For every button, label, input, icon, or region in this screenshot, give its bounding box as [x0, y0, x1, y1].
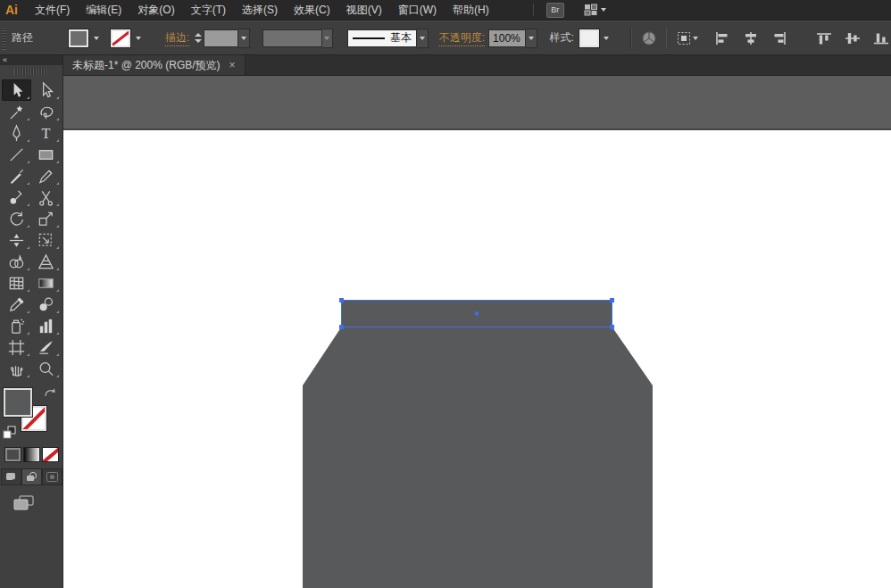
scissors-tool[interactable]	[31, 186, 61, 208]
menu-item[interactable]: 窗口(W)	[390, 4, 445, 16]
align-horizontal-left-button[interactable]	[712, 29, 732, 48]
paintbrush-tool[interactable]	[2, 165, 31, 186]
direct-selection-tool[interactable]	[31, 79, 61, 101]
brush-definition-dropdown-button[interactable]	[417, 29, 429, 48]
align-vertical-bottom-button[interactable]	[871, 29, 891, 48]
stroke-dropdown-button[interactable]	[132, 29, 144, 47]
stepper-up-icon[interactable]	[195, 33, 202, 37]
workspace-switcher-button[interactable]	[584, 4, 606, 16]
collapse-panel-button[interactable]: «	[0, 55, 62, 65]
panel-grip[interactable]	[2, 27, 6, 50]
free-transform-tool[interactable]	[31, 229, 61, 251]
menu-item[interactable]: 选择(S)	[234, 4, 286, 16]
tools-panel-grip[interactable]	[14, 69, 48, 75]
stroke-weight-stepper[interactable]	[195, 32, 202, 45]
menu-item[interactable]: 对象(O)	[129, 4, 182, 16]
menu-item[interactable]: 编辑(E)	[78, 4, 129, 16]
blob-brush-tool[interactable]	[2, 186, 31, 208]
scale-tool[interactable]	[31, 208, 61, 229]
opacity-dropdown-button[interactable]	[526, 29, 537, 48]
lasso-tool[interactable]	[31, 101, 61, 122]
artboard-tool[interactable]	[2, 336, 31, 358]
chevron-down-icon	[420, 37, 425, 40]
shape-builder-tool[interactable]	[2, 251, 31, 272]
recolor-artwork-button[interactable]	[641, 29, 657, 48]
zoom-tool[interactable]	[31, 358, 61, 379]
symbol-sprayer-tool[interactable]	[2, 315, 31, 336]
draw-normal-button[interactable]	[1, 468, 21, 485]
swap-fill-stroke-icon[interactable]	[43, 386, 57, 399]
stroke-weight-input[interactable]	[204, 29, 238, 47]
style-control[interactable]	[579, 29, 612, 47]
selection-center-point[interactable]	[475, 312, 479, 316]
document-tab[interactable]: 未标题-1* @ 200% (RGB/预览) ×	[63, 55, 246, 75]
gradient-tool[interactable]	[31, 272, 61, 294]
menu-item[interactable]: 帮助(H)	[445, 4, 497, 16]
rectangle-tool-icon	[37, 145, 55, 164]
align-horizontal-center-button[interactable]	[741, 29, 761, 48]
style-swatch[interactable]	[579, 29, 599, 47]
screen-mode-button[interactable]	[12, 494, 36, 515]
hand-tool-icon	[7, 360, 26, 378]
align-vertical-top-button[interactable]	[814, 29, 834, 48]
default-fill-stroke-icon[interactable]	[3, 426, 17, 440]
hand-tool[interactable]	[2, 358, 31, 379]
fill-swatch[interactable]	[69, 29, 88, 47]
selection-handle[interactable]	[339, 298, 344, 302]
menu-item[interactable]: 视图(V)	[338, 4, 390, 16]
gradient-button[interactable]	[23, 447, 40, 462]
style-dropdown-button[interactable]	[601, 29, 612, 47]
line-segment-tool[interactable]	[2, 144, 31, 165]
fill-color-control[interactable]	[69, 29, 102, 47]
selection-handle[interactable]	[610, 298, 614, 302]
color-button[interactable]	[4, 447, 21, 462]
draw-behind-button[interactable]	[21, 468, 42, 485]
bridge-button[interactable]: Br	[546, 3, 564, 18]
type-tool[interactable]: T	[31, 122, 61, 144]
selection-handle[interactable]	[339, 325, 344, 329]
menu-item[interactable]: 效果(C)	[286, 4, 338, 16]
none-button[interactable]	[42, 447, 59, 462]
menu-item[interactable]: 文字(T)	[183, 4, 234, 16]
rotate-tool[interactable]	[2, 208, 31, 229]
perspective-grid-tool-icon	[37, 253, 55, 271]
menu-item[interactable]: 文件(F)	[27, 4, 78, 16]
slice-tool[interactable]	[31, 336, 61, 358]
brush-definition-select[interactable]: 基本	[347, 29, 417, 47]
variable-width-profile-select[interactable]	[262, 29, 322, 47]
align-horizontal-right-button[interactable]	[770, 29, 789, 48]
rectangle-tool[interactable]	[31, 144, 61, 165]
fill-dropdown-button[interactable]	[90, 29, 102, 47]
blend-tool[interactable]	[31, 294, 61, 315]
column-graph-tool-icon	[37, 317, 55, 335]
tab-strip: 未标题-1* @ 200% (RGB/预览) ×	[63, 55, 891, 76]
stroke-panel-link[interactable]: 描边:	[165, 30, 189, 46]
opacity-panel-link[interactable]: 不透明度:	[439, 30, 485, 46]
canvas[interactable]	[63, 76, 891, 588]
draw-inside-button[interactable]	[42, 468, 62, 485]
perspective-grid-tool[interactable]	[31, 251, 61, 272]
stroke-color-control[interactable]	[111, 29, 144, 47]
align-vertical-center-button[interactable]	[843, 29, 862, 48]
controlbar-separator	[630, 28, 632, 49]
app-logo-icon: Ai	[0, 3, 27, 17]
magic-wand-tool[interactable]	[2, 101, 31, 122]
shape-builder-tool-icon	[7, 253, 26, 271]
mesh-tool[interactable]	[2, 272, 31, 294]
column-graph-tool[interactable]	[31, 315, 61, 336]
variable-width-dropdown-button[interactable]	[322, 29, 334, 48]
stroke-weight-dropdown-button[interactable]	[238, 29, 250, 48]
artwork-shape[interactable]	[303, 327, 653, 588]
selection-handle[interactable]	[610, 325, 614, 329]
fill-proxy-swatch[interactable]	[4, 388, 32, 417]
width-tool[interactable]	[2, 229, 31, 251]
transform-button[interactable]	[676, 29, 698, 48]
stroke-none-swatch[interactable]	[111, 29, 130, 47]
pen-tool[interactable]	[2, 122, 31, 144]
eyedropper-tool[interactable]	[2, 294, 31, 315]
close-icon[interactable]: ×	[229, 60, 236, 70]
pencil-tool[interactable]	[31, 165, 61, 186]
selection-tool[interactable]	[2, 79, 31, 101]
stepper-down-icon[interactable]	[195, 39, 202, 43]
opacity-input[interactable]: 100%	[488, 29, 526, 47]
